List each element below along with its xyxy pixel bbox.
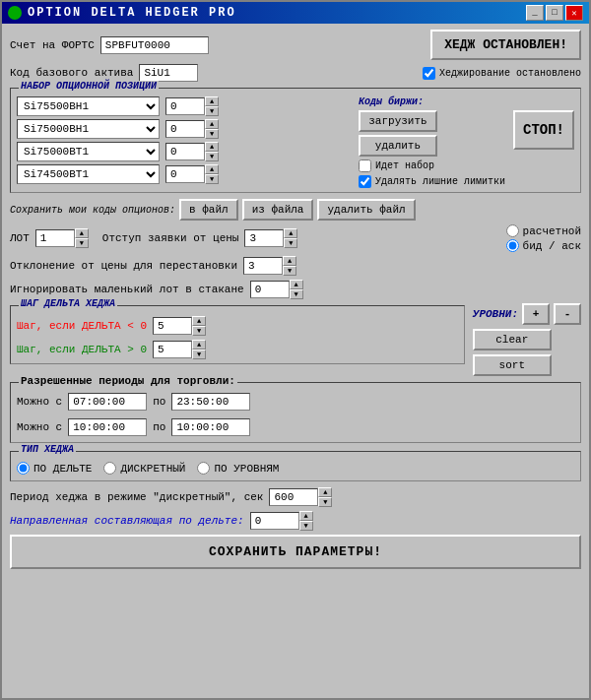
lot-indent-row: ЛОТ ▲ ▼ Отступ заявки от цены ▲ ▼ р bbox=[10, 224, 581, 252]
levels-section: УРОВНИ: + - clear sort bbox=[473, 303, 581, 376]
option-down-1[interactable]: ▼ bbox=[205, 129, 219, 139]
period-to-1[interactable] bbox=[171, 418, 250, 436]
period-to-0[interactable] bbox=[171, 393, 250, 411]
going-set-label: Идет набор bbox=[375, 160, 434, 171]
option-down-2[interactable]: ▼ bbox=[205, 152, 219, 161]
delta-pos-down[interactable]: ▼ bbox=[192, 350, 206, 359]
discrete-period-up[interactable]: ▲ bbox=[318, 487, 332, 497]
delta-neg-down[interactable]: ▼ bbox=[192, 326, 206, 336]
option-set-label: НАБОР ОПЦИОННОЙ ПОЗИЦИИ bbox=[19, 81, 159, 92]
period-from-1[interactable] bbox=[68, 418, 147, 436]
directed-component-down[interactable]: ▼ bbox=[299, 521, 313, 531]
hedge-by-delta-radio[interactable] bbox=[17, 462, 30, 475]
delta-pos-spinner-btns: ▲ ▼ bbox=[192, 340, 206, 359]
discrete-period-down[interactable]: ▼ bbox=[318, 497, 332, 507]
hedge-stopped-label: Хеджирование остановлено bbox=[439, 68, 581, 79]
option-up-2[interactable]: ▲ bbox=[205, 142, 219, 152]
price-calculated-row: расчетной bbox=[506, 224, 581, 237]
going-set-checkbox[interactable] bbox=[359, 159, 371, 172]
directed-component-label: Направленная составляющая по дельте: bbox=[10, 515, 244, 527]
option-down-0[interactable]: ▼ bbox=[205, 106, 219, 116]
hedge-stopped-checkbox[interactable] bbox=[423, 67, 435, 80]
from-file-button[interactable]: из файла bbox=[242, 199, 314, 221]
directed-component-up[interactable]: ▲ bbox=[299, 511, 313, 521]
lot-label: ЛОТ bbox=[10, 232, 30, 244]
load-button[interactable]: загрузить bbox=[359, 110, 437, 132]
levels-minus-button[interactable]: - bbox=[554, 303, 581, 325]
option-select-1[interactable]: Si75000BH1 bbox=[17, 119, 160, 139]
hedge-type-section: ТИП ХЕДЖА ПО ДЕЛЬТЕ ДИСКРЕТНЫЙ ПО УРОВНЯ… bbox=[10, 451, 581, 481]
ignore-lot-input[interactable] bbox=[250, 281, 290, 298]
clear-button[interactable]: clear bbox=[473, 329, 552, 350]
hedge-by-level-radio[interactable] bbox=[197, 462, 210, 475]
to-file-button[interactable]: в файл bbox=[179, 199, 238, 221]
levels-header: УРОВНИ: + - bbox=[473, 303, 581, 325]
option-up-0[interactable]: ▲ bbox=[205, 96, 219, 106]
levels-plus-button[interactable]: + bbox=[522, 303, 550, 325]
lot-input[interactable] bbox=[35, 229, 75, 247]
delta-neg-spinner-btns: ▲ ▼ bbox=[192, 316, 206, 336]
minimize-button[interactable]: _ bbox=[526, 5, 544, 21]
periods-label: Разрешенные периоды для торговли: bbox=[19, 375, 237, 387]
deviation-label: Отклонение от цены для перестановки bbox=[10, 260, 237, 272]
discrete-period-input[interactable] bbox=[269, 488, 318, 506]
account-input[interactable] bbox=[100, 36, 209, 54]
delta-pos-row: Шаг, если ДЕЛЬТА > 0 ▲ ▼ bbox=[17, 340, 458, 359]
period-to-label-1: по bbox=[153, 421, 165, 433]
stop-button[interactable]: СТОП! bbox=[513, 110, 574, 150]
price-bid-ask-radio[interactable] bbox=[506, 239, 519, 252]
option-up-3[interactable]: ▲ bbox=[205, 164, 219, 174]
going-set-row: Идет набор bbox=[359, 159, 434, 172]
indent-input[interactable] bbox=[244, 229, 284, 247]
option-up-1[interactable]: ▲ bbox=[205, 119, 219, 129]
option-value-2[interactable] bbox=[165, 143, 205, 160]
delete-button[interactable]: удалить bbox=[359, 135, 437, 157]
option-select-0[interactable]: Si75500BH1 bbox=[17, 96, 160, 116]
lot-up[interactable]: ▲ bbox=[75, 228, 89, 238]
option-value-3[interactable] bbox=[165, 165, 205, 183]
option-select-2[interactable]: Si75000BT1 bbox=[17, 142, 160, 161]
delta-levels-container: ШАГ ДЕЛЬТА ХЕДЖА Шаг, если ДЕЛЬТА < 0 ▲ … bbox=[10, 303, 581, 376]
delta-neg-up[interactable]: ▲ bbox=[192, 316, 206, 326]
option-value-1[interactable] bbox=[165, 120, 205, 138]
sort-button[interactable]: sort bbox=[473, 354, 552, 376]
deviation-down[interactable]: ▼ bbox=[283, 266, 296, 276]
directed-component-row: Направленная составляющая по дельте: ▲ ▼ bbox=[10, 511, 581, 531]
close-button[interactable]: ✕ bbox=[565, 5, 583, 21]
deviation-row: Отклонение от цены для перестановки ▲ ▼ bbox=[10, 256, 581, 276]
directed-component-input[interactable] bbox=[250, 512, 299, 530]
ignore-lot-down[interactable]: ▼ bbox=[290, 289, 303, 299]
delta-pos-input[interactable] bbox=[153, 341, 192, 358]
indent-down[interactable]: ▼ bbox=[284, 238, 297, 248]
deviation-input[interactable] bbox=[243, 257, 283, 275]
hedge-by-delta-row: ПО ДЕЛЬТЕ bbox=[17, 462, 92, 475]
period-row-1: Можно с по bbox=[17, 418, 574, 436]
save-params-button[interactable]: СОХРАНИТЬ ПАРАМЕТРЫ! bbox=[10, 535, 581, 569]
hedge-button[interactable]: ХЕДЖ ОСТАНОВЛЕН! bbox=[430, 30, 581, 60]
maximize-button[interactable]: □ bbox=[546, 5, 563, 21]
deviation-up[interactable]: ▲ bbox=[283, 256, 296, 266]
ignore-lot-up[interactable]: ▲ bbox=[290, 280, 303, 289]
ignore-lot-spinner: ▲ ▼ bbox=[250, 280, 303, 299]
deviation-spinner-btns: ▲ ▼ bbox=[283, 256, 296, 276]
title-buttons: _ □ ✕ bbox=[526, 5, 583, 21]
option-spinner-1: ▲ ▼ bbox=[165, 119, 219, 139]
base-asset-input[interactable] bbox=[139, 64, 198, 82]
period-from-0[interactable] bbox=[68, 393, 147, 411]
option-spinner-btns-1: ▲ ▼ bbox=[205, 119, 219, 139]
delete-limits-checkbox[interactable] bbox=[359, 175, 371, 188]
indent-up[interactable]: ▲ bbox=[284, 228, 297, 238]
period-row-0: Можно с по bbox=[17, 393, 574, 411]
option-down-3[interactable]: ▼ bbox=[205, 174, 219, 184]
hedge-discrete-radio[interactable] bbox=[103, 462, 116, 475]
price-calculated-radio[interactable] bbox=[506, 224, 519, 237]
delete-file-button[interactable]: удалить файл bbox=[317, 199, 415, 221]
delta-pos-spinner: ▲ ▼ bbox=[153, 340, 206, 359]
option-value-0[interactable] bbox=[165, 97, 205, 115]
delta-neg-spinner: ▲ ▼ bbox=[153, 316, 206, 336]
option-select-3[interactable]: Si74500BT1 bbox=[17, 164, 160, 184]
delta-hedge-section: ШАГ ДЕЛЬТА ХЕДЖА Шаг, если ДЕЛЬТА < 0 ▲ … bbox=[10, 305, 465, 364]
lot-down[interactable]: ▼ bbox=[75, 238, 89, 248]
delta-pos-up[interactable]: ▲ bbox=[192, 340, 206, 350]
delta-neg-input[interactable] bbox=[153, 317, 192, 335]
